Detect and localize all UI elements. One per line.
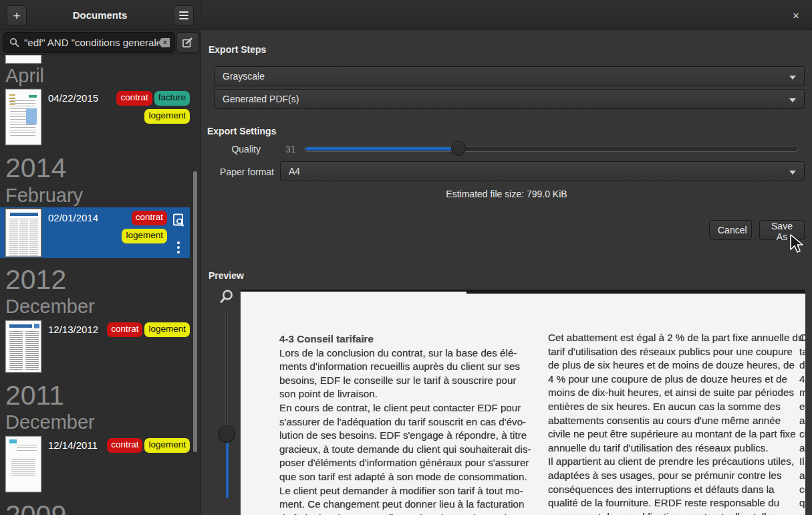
- preview-text-line: annuelle du tarif d'utilisation des rése…: [548, 441, 797, 455]
- preview-text-line: de plus de six heures et de moins de dou…: [799, 358, 805, 373]
- preview-text-line: non respect de ses obligations contractu…: [548, 510, 797, 515]
- preview-text-line: que son tarif est adapté à son mode de c…: [279, 470, 544, 484]
- search-query-text: "edf" AND "conditions generale: [24, 37, 158, 48]
- preview-text-line: abattements consentis au cours d'une mêm…: [799, 414, 805, 428]
- preview-label: Preview: [209, 270, 244, 281]
- open-preview-button[interactable]: [172, 213, 185, 231]
- search-icon: [9, 37, 19, 47]
- preview-text-line: entières de six heures. En aucun cas la …: [799, 400, 805, 414]
- document-actions: [167, 213, 190, 253]
- save-as-button[interactable]: Save As: [759, 220, 805, 240]
- tag-logement[interactable]: logement: [122, 229, 167, 243]
- compose-icon: [182, 37, 193, 48]
- preview-text-line: de frais dont le montant figure dans le …: [279, 512, 544, 515]
- tag-logement[interactable]: logement: [144, 322, 190, 337]
- preview-text-line: moins de dix-huit heures, et ainsi de su…: [548, 386, 797, 400]
- preview-text-line: adaptées à ses usages, pour se prémunir …: [799, 469, 805, 483]
- document-row[interactable]: 12/14/2011contratlogement: [5, 435, 190, 494]
- paper-format-dropdown[interactable]: A4: [280, 161, 805, 181]
- preview-text-line: Il appartient au client de prendre les p…: [548, 455, 797, 469]
- export-settings-label: Export Settings: [207, 126, 276, 136]
- scan-edge: [466, 292, 805, 294]
- paper-format-label: Paper format: [207, 167, 274, 177]
- preview-text-line: son point de livraison.: [279, 387, 544, 401]
- tag-logement[interactable]: logement: [144, 438, 190, 453]
- document-tags: contratlogement: [102, 438, 190, 453]
- tag-contrat[interactable]: contrat: [116, 91, 152, 106]
- document-list: April04/22/2015contratfacturelogement201…: [0, 55, 200, 515]
- clear-search-icon[interactable]: ×: [158, 38, 170, 47]
- preview-text-line: Lors de la conclusion du contrat, sur la…: [279, 346, 544, 360]
- document-row[interactable]: 02/01/2014contratlogement: [0, 207, 190, 258]
- document-row[interactable]: 12/13/2012contratlogement: [5, 319, 190, 374]
- tag-logement[interactable]: logement: [144, 109, 190, 124]
- sidebar-headerbar: Documents +: [0, 0, 200, 30]
- new-document-button[interactable]: +: [7, 5, 27, 25]
- tag-contrat[interactable]: contrat: [107, 322, 142, 337]
- document-row[interactable]: 04/22/2015contratfacturelogement: [5, 88, 190, 146]
- year-heading: 2011: [5, 381, 190, 410]
- preview-text-line: poser d'éléments d'information généraux …: [279, 456, 544, 470]
- estimated-file-size: Estimated file size: 799.0 KiB: [201, 189, 812, 199]
- document-thumbnail[interactable]: [5, 436, 41, 492]
- document-date: 04/22/2015: [48, 92, 98, 104]
- preview-text-line: qualité de la fourniture. ERDF reste res…: [548, 496, 797, 510]
- tag-contrat[interactable]: contrat: [132, 211, 167, 225]
- tag-facture[interactable]: facture: [154, 91, 190, 106]
- preview-text-line: 4 % pour une coupure de plus de douze he…: [548, 373, 797, 387]
- hamburger-icon: [179, 15, 188, 16]
- quality-value: 31: [285, 144, 296, 154]
- preview-text-line: 4 % pour une coupure de plus de douze he…: [799, 373, 805, 387]
- sidebar: Documents + "edf" AND "conditions genera…: [0, 0, 200, 515]
- preview-text-line: conséquences des interruptions et défaut…: [548, 483, 797, 497]
- document-date: 12/13/2012: [48, 324, 98, 335]
- preview-text-line: Cet abattement est égal à 2 % de la part…: [548, 331, 797, 345]
- preview-column-sliver: Cet abattement est égal à 2 % de la part…: [799, 331, 805, 515]
- preview-page: 4-3 Conseil tarifaire Lors de la conclus…: [241, 290, 805, 515]
- preview-text-line: Il appartient au client de prendre les p…: [799, 455, 805, 469]
- document-thumbnail[interactable]: [5, 320, 41, 373]
- search-input[interactable]: "edf" AND "conditions generale ×: [3, 32, 175, 53]
- month-heading: December: [5, 411, 190, 433]
- sidebar-scrollbar[interactable]: [193, 171, 197, 452]
- preview-text-line: civile ne peut être supérieure au montan…: [548, 427, 797, 441]
- more-options-icon[interactable]: [177, 241, 180, 244]
- preview-heading: 4-3 Conseil tarifaire: [279, 332, 544, 346]
- export-step-1-value: Grayscale: [223, 71, 265, 82]
- cancel-button[interactable]: Cancel: [709, 220, 752, 240]
- document-date: 02/01/2014: [48, 212, 98, 223]
- app-title: Documents: [0, 0, 200, 30]
- edit-search-button[interactable]: [176, 32, 198, 53]
- dialog-headerbar: ×: [201, 0, 812, 30]
- export-steps-label: Export Steps: [209, 44, 266, 55]
- preview-text-line: conséquences des interruptions et défaut…: [799, 483, 805, 497]
- document-thumbnail-partial[interactable]: [5, 55, 41, 64]
- preview-text-line: abattements consentis au cours d'une mêm…: [548, 414, 797, 428]
- export-step-dropdown-2[interactable]: Generated PDF(s): [214, 89, 805, 109]
- quality-slider-handle[interactable]: [451, 141, 466, 156]
- zoom-slider-handle[interactable]: [218, 425, 235, 443]
- export-step-dropdown-1[interactable]: Grayscale: [214, 66, 805, 86]
- chevron-down-icon: [789, 171, 796, 175]
- zoom-slider[interactable]: [225, 312, 228, 434]
- preview-text-line: Cet abattement est égal à 2 % de la part…: [799, 331, 805, 345]
- preview-text-line: Le client peut demander à modifier son t…: [279, 484, 544, 498]
- month-heading: February: [5, 185, 190, 206]
- tag-contrat[interactable]: contrat: [107, 438, 142, 453]
- year-heading: 2014: [5, 153, 190, 183]
- preview-text-line: entières de six heures. En aucun cas la …: [548, 400, 797, 414]
- menu-button[interactable]: [174, 5, 194, 25]
- preview-column-left: 4-3 Conseil tarifaire Lors de la conclus…: [279, 332, 544, 515]
- preview-text-line: de plus de six heures et de moins de dou…: [548, 358, 797, 373]
- preview-text-line: non respect de ses obligations contractu…: [799, 510, 805, 515]
- month-heading: April: [5, 65, 190, 86]
- document-thumbnail[interactable]: [5, 89, 41, 145]
- document-thumbnail[interactable]: [5, 209, 41, 257]
- zoom-icon: [219, 289, 235, 305]
- close-button[interactable]: ×: [789, 8, 803, 23]
- preview-text-line: tarif d'utilisation des réseaux publics …: [548, 345, 797, 359]
- document-tags: contratfacturelogement: [102, 91, 190, 124]
- export-step-2-value: Generated PDF(s): [223, 94, 299, 104]
- export-dialog: × Export Steps Grayscale Generated PDF(s…: [201, 0, 812, 515]
- search-bar: "edf" AND "conditions generale ×: [0, 30, 200, 55]
